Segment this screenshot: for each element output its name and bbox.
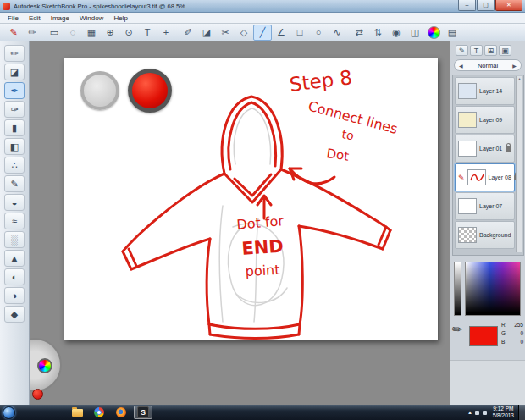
polyline-tool-icon[interactable]: ∠ <box>272 25 290 41</box>
tool-dodge-icon[interactable]: ◐ <box>4 268 25 285</box>
current-color-swatch[interactable] <box>469 326 498 346</box>
menu-edit[interactable]: Edit <box>24 14 46 22</box>
sketchbook-window: Autodesk SketchBook Pro - spikeshoodiela… <box>0 0 525 420</box>
network-icon[interactable] <box>475 411 479 415</box>
tool-blur-icon[interactable]: ░ <box>4 231 25 248</box>
taskbar-clock[interactable]: 9:12 PM 5/8/2013 <box>493 406 514 419</box>
window-title: Autodesk SketchBook Pro - spikeshoodiela… <box>14 3 457 10</box>
tool-flood-fill-icon[interactable]: ◒ <box>4 194 25 211</box>
lock-icon[interactable] <box>506 146 511 152</box>
layer-row-07[interactable]: Layer 07 <box>455 192 515 220</box>
folder-icon <box>72 409 83 417</box>
add-layer-icon[interactable]: ⊞ <box>484 45 497 56</box>
blend-next-icon[interactable]: ▶ <box>512 63 517 69</box>
clock-date: 5/8/2013 <box>493 412 514 419</box>
layer-name: Layer 14 <box>479 88 502 94</box>
start-button[interactable] <box>3 406 15 419</box>
color-pencil-icon[interactable]: ✎ <box>449 321 465 338</box>
gray-color-puck[interactable] <box>80 71 119 110</box>
main-toolbar: ✎ ✏ ▭ ◌ ▦ ⊕ ⊙ T + ✐ ◪ ✂ ◇ ╱ ∠ □ ○ ∿ ⇄ ⇅ … <box>0 24 525 41</box>
tool-pen-icon[interactable]: ✒ <box>4 82 25 99</box>
tray-expand-icon[interactable]: ▴ <box>468 409 472 416</box>
menu-window[interactable]: Window <box>75 14 108 22</box>
tool-sharpen-icon[interactable]: ▲ <box>4 250 25 267</box>
tool-custom-brush-icon[interactable]: ◆ <box>4 306 25 323</box>
panel-text-icon[interactable]: T <box>470 45 483 56</box>
blend-mode-value: Normal <box>478 62 498 69</box>
color-editor: ✎ R255 G0 B0 <box>450 258 525 360</box>
line-tool-icon[interactable]: ╱ <box>253 25 272 41</box>
tool-burn-icon[interactable]: ◑ <box>4 287 25 304</box>
drawing-canvas[interactable]: Step 8 Connect lines to Dot Dot for END … <box>64 58 438 340</box>
layer-options-icon[interactable]: ▣ <box>499 45 511 56</box>
explorer-taskbar-button[interactable] <box>68 406 86 419</box>
tool-eraser-icon[interactable]: ◪ <box>4 64 25 80</box>
zoom-icon[interactable]: ⊕ <box>101 25 119 41</box>
color-wheel-icon[interactable] <box>424 25 443 41</box>
curve-tool-icon[interactable]: ∿ <box>328 25 346 41</box>
symmetry-icon[interactable]: ◫ <box>406 25 424 41</box>
tool-chisel-icon[interactable]: ◧ <box>4 138 25 155</box>
crop-icon[interactable]: ▦ <box>82 25 101 41</box>
firefox-taskbar-button[interactable] <box>112 406 130 419</box>
ellipse-tool-icon[interactable]: ○ <box>309 25 328 41</box>
layer-thumbnail <box>467 169 486 185</box>
color-gradient-square[interactable] <box>465 262 521 316</box>
layers-panel: Layer 14 Layer 09 Layer 01 ✎ Layer 08 <box>452 75 524 256</box>
minimize-button[interactable]: – <box>458 0 476 11</box>
panel-pencil-icon[interactable]: ✎ <box>456 45 468 56</box>
layer-row-08[interactable]: ✎ Layer 08 <box>455 163 515 191</box>
layer-row-09[interactable]: Layer 09 <box>455 106 515 134</box>
move-tool-icon[interactable]: + <box>157 25 175 41</box>
close-button[interactable]: ✕ <box>495 0 522 11</box>
layer-name: Layer 07 <box>479 203 502 209</box>
maximize-button[interactable]: ▢ <box>477 0 495 11</box>
tool-marker-icon[interactable]: ▮ <box>4 119 25 136</box>
brush-sets-icon[interactable]: ▤ <box>443 25 461 41</box>
annotation-point: point <box>245 262 280 279</box>
chrome-taskbar-button[interactable] <box>90 406 108 419</box>
layer-row-background[interactable]: Background <box>455 221 515 249</box>
layer-row-14[interactable]: Layer 14 <box>455 77 515 105</box>
cut-tool-icon[interactable]: ✂ <box>216 25 235 41</box>
pencil-tool-icon[interactable]: ✐ <box>179 25 197 41</box>
blend-mode-selector[interactable]: ◀ Normal ▶ <box>454 59 522 71</box>
scroll-up-icon[interactable]: ▲ <box>517 76 522 81</box>
transform-tool-icon[interactable]: ◇ <box>235 25 253 41</box>
layer-row-01[interactable]: Layer 01 <box>455 135 515 163</box>
tool-paintbrush-icon[interactable]: ✎ <box>4 175 25 192</box>
volume-icon[interactable] <box>483 411 487 415</box>
menu-image[interactable]: Image <box>46 14 75 22</box>
brush-library-icon[interactable]: ✎ <box>4 25 23 41</box>
value-slider[interactable] <box>454 262 461 316</box>
show-desktop-button[interactable] <box>518 405 525 420</box>
steady-stroke-icon[interactable]: ◉ <box>387 25 406 41</box>
magnifier-icon[interactable]: ⊙ <box>119 25 138 41</box>
color-wheel-glyph <box>428 26 440 39</box>
sketchbook-taskbar-button[interactable]: S <box>134 406 152 419</box>
g-value: 0 <box>520 329 523 338</box>
title-bar: Autodesk SketchBook Pro - spikeshoodiela… <box>0 0 525 13</box>
red-color-puck[interactable] <box>128 69 172 113</box>
lagoon-brush-puck[interactable] <box>32 389 43 400</box>
tool-smear-icon[interactable]: ≈ <box>4 213 25 229</box>
blend-prev-icon[interactable]: ◀ <box>459 63 463 69</box>
menu-help[interactable]: Help <box>108 14 132 22</box>
tool-pencil-icon[interactable]: ✏ <box>4 45 25 62</box>
brush-editor-icon[interactable]: ✏ <box>23 25 41 41</box>
menu-file[interactable]: File <box>3 14 24 22</box>
tool-airbrush-icon[interactable]: ∴ <box>4 157 25 174</box>
flip-horizontal-icon[interactable]: ⇄ <box>350 25 368 41</box>
rectangle-tool-icon[interactable]: □ <box>290 25 309 41</box>
lagoon-widget[interactable] <box>30 338 62 392</box>
layers-scrollbar[interactable]: ▲ <box>516 76 522 252</box>
text-tool-icon[interactable]: T <box>138 25 157 41</box>
marquee-select-icon[interactable]: ▭ <box>45 25 64 41</box>
system-tray: ▴ 9:12 PM 5/8/2013 <box>467 405 525 420</box>
eraser-tool-icon[interactable]: ◪ <box>197 25 216 41</box>
lasso-select-icon[interactable]: ◌ <box>64 25 82 41</box>
tool-ballpoint-icon[interactable]: ✑ <box>4 101 25 118</box>
flip-vertical-icon[interactable]: ⇅ <box>368 25 387 41</box>
lagoon-color-wheel-icon[interactable] <box>37 358 52 373</box>
taskbar-icons: S <box>68 406 152 419</box>
